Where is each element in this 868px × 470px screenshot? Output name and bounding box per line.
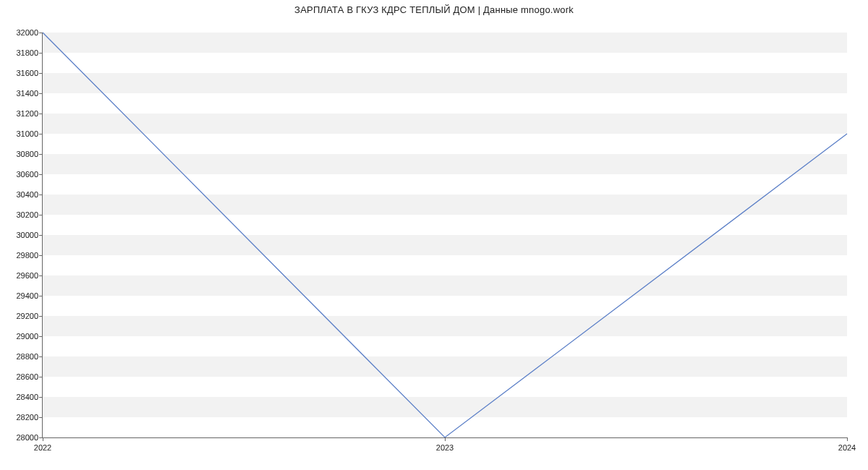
x-tick-label: 2022 xyxy=(34,443,51,452)
series-line xyxy=(43,33,847,437)
y-tick-label: 31600 xyxy=(16,69,38,77)
y-tick-mark xyxy=(39,417,43,418)
y-tick-label: 28000 xyxy=(16,433,38,442)
y-tick-label: 31800 xyxy=(16,48,38,57)
y-tick-mark xyxy=(39,33,43,33)
x-tick-label: 2024 xyxy=(838,443,856,452)
x-tick-mark xyxy=(847,437,848,441)
y-tick-label: 31200 xyxy=(16,109,38,118)
y-tick-mark xyxy=(39,235,43,236)
y-tick-mark xyxy=(39,336,43,337)
plot-area: 2800028200284002860028800290002920029400… xyxy=(42,33,847,438)
y-tick-mark xyxy=(39,154,43,155)
y-tick-label: 30600 xyxy=(16,170,38,179)
y-tick-label: 28200 xyxy=(16,413,38,422)
x-tick-mark xyxy=(43,437,43,441)
x-tick-label: 2023 xyxy=(436,443,454,452)
y-tick-mark xyxy=(39,275,43,276)
y-tick-mark xyxy=(39,114,43,114)
y-tick-mark xyxy=(39,215,43,215)
y-tick-label: 31000 xyxy=(16,129,38,138)
y-tick-mark xyxy=(39,316,43,317)
y-tick-mark xyxy=(39,377,43,377)
y-tick-mark xyxy=(39,397,43,398)
y-tick-label: 30400 xyxy=(16,190,38,199)
y-tick-label: 30000 xyxy=(16,231,38,239)
y-tick-mark xyxy=(39,296,43,296)
y-tick-mark xyxy=(39,195,43,195)
y-tick-mark xyxy=(39,93,43,94)
y-tick-mark xyxy=(39,174,43,175)
y-tick-label: 32000 xyxy=(16,28,38,37)
y-tick-mark xyxy=(39,73,43,74)
y-tick-mark xyxy=(39,134,43,134)
line-layer xyxy=(43,33,847,437)
y-tick-label: 30800 xyxy=(16,150,38,158)
y-tick-label: 29800 xyxy=(16,251,38,260)
y-tick-label: 29600 xyxy=(16,271,38,280)
y-tick-label: 28800 xyxy=(16,352,38,361)
y-tick-label: 28600 xyxy=(16,372,38,381)
y-tick-label: 28400 xyxy=(16,393,38,401)
y-tick-label: 31400 xyxy=(16,89,38,98)
y-tick-label: 29000 xyxy=(16,332,38,341)
salary-chart: ЗАРПЛАТА В ГКУЗ КДРС ТЕПЛЫЙ ДОМ | Данные… xyxy=(0,0,868,470)
y-tick-label: 29400 xyxy=(16,291,38,300)
x-tick-mark xyxy=(445,437,446,441)
y-tick-mark xyxy=(39,255,43,256)
y-tick-mark xyxy=(39,53,43,54)
y-tick-mark xyxy=(39,356,43,357)
y-tick-label: 30200 xyxy=(16,210,38,219)
y-tick-label: 29200 xyxy=(16,312,38,320)
chart-title: ЗАРПЛАТА В ГКУЗ КДРС ТЕПЛЫЙ ДОМ | Данные… xyxy=(0,4,868,15)
